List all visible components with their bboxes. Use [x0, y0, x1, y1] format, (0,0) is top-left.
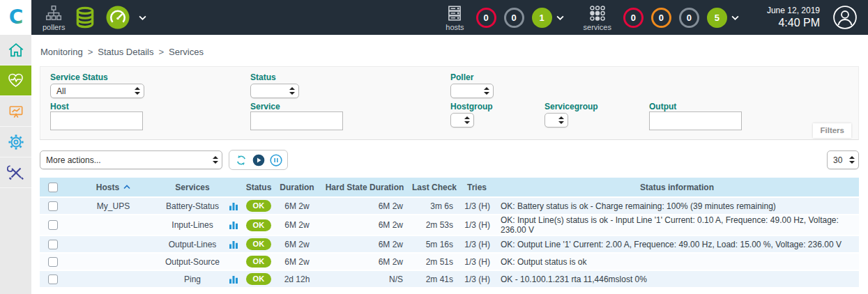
services-critical-counter[interactable]: 0 [623, 8, 644, 28]
refresh-icon [235, 154, 248, 167]
cell-host[interactable]: My_UPS [66, 197, 160, 215]
cell-graph [224, 215, 243, 235]
services-dropdown-chevron[interactable] [731, 15, 739, 20]
cell-host[interactable] [66, 253, 160, 270]
refresh-button[interactable] [232, 151, 250, 169]
poller-dropdown-chevron[interactable] [139, 15, 146, 20]
servicegroup-label: Servicegroup [545, 102, 598, 111]
poller-select[interactable] [450, 84, 494, 98]
breadcrumb-services[interactable]: Services [169, 47, 204, 57]
play-icon [252, 153, 266, 167]
graph-icon[interactable] [229, 220, 238, 230]
column-header-hosts[interactable]: Hosts [66, 178, 160, 197]
select-all-checkbox[interactable] [48, 183, 58, 192]
chevron-down-icon [556, 15, 564, 20]
sidebar-item-home[interactable] [0, 35, 31, 65]
services-unknown-counter[interactable]: 0 [679, 8, 699, 28]
home-icon [7, 41, 25, 59]
heartbeat-icon [6, 71, 25, 90]
hosts-dropdown-chevron[interactable] [556, 15, 564, 20]
servicegroup-select[interactable] [545, 113, 568, 127]
table-row: Output-LinesOK6M 2w6M 2w5m 16s1/3 (H)OK:… [40, 235, 859, 253]
cell-tries: 1/3 (H) [459, 270, 495, 288]
cell-tries: 1/3 (H) [459, 235, 495, 253]
breadcrumb-monitoring[interactable]: Monitoring [40, 47, 83, 57]
current-time: 4:40 PM [767, 16, 820, 30]
cell-tries: 1/3 (H) [459, 215, 495, 235]
column-header-hard-state-duration[interactable]: Hard State Duration [319, 178, 410, 197]
pollers-menu[interactable]: pollers [43, 4, 65, 31]
hosts-up-counter[interactable]: 1 [532, 8, 552, 28]
hostgroup-select[interactable] [450, 113, 474, 127]
hosts-menu[interactable]: hosts [446, 4, 464, 31]
column-header-last-check[interactable]: Last Check [410, 178, 459, 197]
row-checkbox[interactable] [48, 201, 58, 211]
row-checkbox-cell [40, 197, 66, 215]
hosts-status-cluster: hosts 0 0 1 [441, 4, 568, 31]
pause-button[interactable] [267, 151, 284, 169]
services-menu[interactable]: services [584, 4, 611, 31]
cell-status-information: OK: Output status is ok [495, 253, 859, 270]
breadcrumb-status-details[interactable]: Status Details [98, 47, 153, 57]
pollers-label: pollers [43, 23, 65, 31]
more-actions-select[interactable]: More actions... [40, 150, 222, 169]
cell-service[interactable]: Battery-Status [160, 197, 224, 215]
output-input[interactable] [649, 111, 742, 130]
cell-duration: 6M 2w [275, 253, 319, 270]
row-checkbox[interactable] [48, 274, 58, 284]
hosts-unreachable-counter[interactable]: 0 [504, 8, 524, 28]
services-warning-counter[interactable]: 0 [651, 8, 671, 28]
hosts-label: hosts [446, 23, 464, 31]
column-header-status[interactable]: Status [243, 178, 275, 197]
reporting-icon [7, 102, 25, 121]
play-button[interactable] [250, 151, 267, 169]
host-input[interactable] [50, 111, 143, 130]
row-checkbox[interactable] [48, 257, 58, 267]
graph-icon[interactable] [229, 201, 238, 211]
services-ok-counter[interactable]: 5 [707, 8, 727, 28]
status-badge: OK [246, 238, 271, 250]
cell-service[interactable]: Input-Lines [160, 215, 224, 235]
filter-panel: Service Status All Host Status Service P… [40, 66, 859, 140]
gear-icon [7, 133, 25, 151]
row-checkbox[interactable] [48, 240, 58, 249]
sidebar-item-reporting[interactable] [0, 96, 31, 127]
cell-host[interactable] [66, 270, 160, 288]
hosts-column-label: Hosts [96, 183, 119, 192]
cell-service[interactable]: Output-Source [160, 253, 224, 270]
status-badge: OK [246, 219, 271, 231]
actions-toolbar: More actions... [40, 150, 859, 170]
column-header-status-information[interactable]: Status information [495, 178, 859, 197]
column-header-services[interactable]: Services [160, 178, 224, 197]
hosts-down-counter[interactable]: 0 [476, 8, 496, 28]
latency-status[interactable] [105, 5, 130, 30]
centreon-logo[interactable]: C [0, 0, 31, 35]
cell-service[interactable]: Ping [160, 270, 224, 288]
filters-tab[interactable]: Filters [813, 123, 851, 138]
cell-host[interactable] [66, 235, 160, 253]
sidebar-item-monitoring[interactable] [0, 65, 31, 96]
graph-icon[interactable] [229, 274, 238, 284]
status-select[interactable] [250, 84, 299, 98]
clock: June 12, 2019 4:40 PM [767, 6, 820, 30]
service-input[interactable] [250, 111, 343, 130]
more-actions-value: More actions... [46, 155, 101, 165]
breadcrumb-separator: > [159, 47, 165, 57]
database-status[interactable] [73, 5, 97, 30]
cell-host[interactable] [66, 215, 160, 235]
cell-status: OK [243, 270, 275, 288]
page-size-select[interactable]: 30 [827, 150, 859, 169]
graph-icon[interactable] [229, 240, 238, 249]
column-header-tries[interactable]: Tries [459, 178, 495, 197]
cell-status: OK [243, 253, 275, 270]
cell-hard-state-duration: 6M 2w [319, 215, 410, 235]
column-header-duration[interactable]: Duration [275, 178, 319, 197]
row-checkbox[interactable] [48, 220, 58, 230]
cell-service[interactable]: Output-Lines [160, 235, 224, 253]
sidebar-item-configuration[interactable] [0, 127, 31, 157]
sidebar-item-administration[interactable] [0, 157, 31, 188]
user-menu[interactable] [832, 5, 858, 30]
status-badge: OK [246, 273, 271, 285]
service-status-select[interactable]: All [50, 84, 144, 98]
page-size-value: 30 [833, 155, 842, 165]
